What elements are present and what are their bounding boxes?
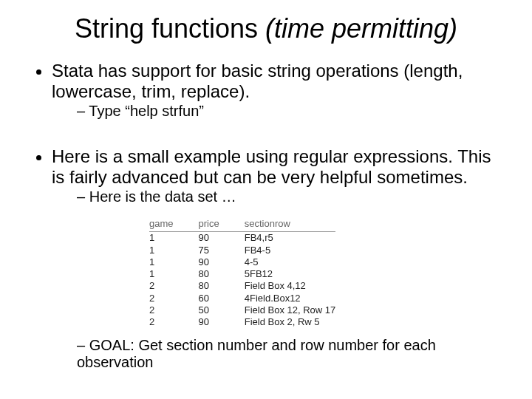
cell-game: 2 (149, 280, 199, 292)
cell-price: 90 (199, 316, 245, 328)
cell-price: 75 (199, 245, 245, 256)
cell-sectionrow: Field Box 4,12 (245, 280, 336, 292)
bullet-list: Stata has support for basic string opera… (30, 61, 502, 120)
slide-title: String functions (time permitting) (30, 13, 502, 44)
data-table-holder: game price sectionrow 1 90 FB4,r5 1 (149, 219, 502, 328)
cell-game: 1 (149, 256, 199, 268)
cell-game: 2 (149, 316, 199, 328)
table-row: 1 90 FB4,r5 (149, 232, 335, 245)
table-row: 2 60 4Field.Box12 (149, 293, 335, 304)
cell-game: 2 (149, 293, 199, 304)
cell-price: 60 (199, 293, 245, 304)
table-row: 2 80 Field Box 4,12 (149, 280, 335, 292)
table-row: 1 80 5FB12 (149, 268, 335, 280)
cell-price: 80 (199, 280, 245, 292)
spacer (30, 133, 502, 146)
bullet-2-sub-2: GOAL: Get section number and row number … (77, 337, 502, 371)
slide: String functions (time permitting) Stata… (0, 0, 532, 399)
cell-game: 1 (149, 232, 199, 245)
col-header-sectionrow: sectionrow (245, 219, 336, 231)
cell-game: 1 (149, 268, 199, 280)
cell-sectionrow: Field Box 12, Row 17 (245, 304, 336, 316)
table-header-row: game price sectionrow (149, 219, 335, 231)
table-row: 2 90 Field Box 2, Rw 5 (149, 316, 335, 328)
table-row: 2 50 Field Box 12, Row 17 (149, 304, 335, 316)
bullet-list-2: Here is a small example using regular ex… (30, 146, 502, 371)
cell-price: 90 (199, 232, 245, 245)
bullet-2-sublist: Here is the data set … (52, 188, 502, 205)
cell-sectionrow: 5FB12 (245, 268, 336, 280)
table-row: 1 90 4-5 (149, 256, 335, 268)
bullet-1-text: Stata has support for basic string opera… (52, 61, 463, 101)
data-table: game price sectionrow 1 90 FB4,r5 1 (149, 219, 335, 328)
bullet-1-sub-1: Type “help strfun” (77, 103, 502, 120)
cell-price: 80 (199, 268, 245, 280)
cell-sectionrow: Field Box 2, Rw 5 (245, 316, 336, 328)
col-header-game: game (149, 219, 199, 231)
cell-price: 90 (199, 256, 245, 268)
cell-game: 2 (149, 304, 199, 316)
bullet-2-sub-1: Here is the data set … (77, 188, 502, 205)
bullet-2-sublist-after: GOAL: Get section number and row number … (52, 337, 502, 371)
bullet-2-text: Here is a small example using regular ex… (52, 146, 491, 187)
cell-sectionrow: 4Field.Box12 (245, 293, 336, 304)
bullet-1-sublist: Type “help strfun” (52, 103, 502, 120)
cell-game: 1 (149, 245, 199, 256)
cell-price: 50 (199, 304, 245, 316)
bullet-1: Stata has support for basic string opera… (52, 61, 502, 120)
cell-sectionrow: FB4-5 (245, 245, 336, 256)
bullet-2: Here is a small example using regular ex… (52, 146, 502, 371)
col-header-price: price (199, 219, 245, 231)
title-italic: (time permitting) (265, 13, 457, 44)
title-plain: String functions (75, 13, 265, 44)
table-row: 1 75 FB4-5 (149, 245, 335, 256)
cell-sectionrow: 4-5 (245, 256, 336, 268)
cell-sectionrow: FB4,r5 (245, 232, 336, 245)
